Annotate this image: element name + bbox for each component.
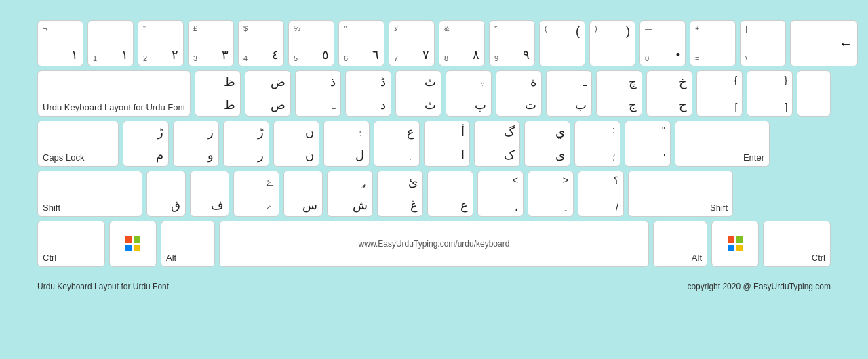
key-win-right[interactable] bbox=[711, 221, 759, 267]
key-x[interactable]: ف bbox=[190, 171, 229, 217]
key-4[interactable]: $ 4٤ bbox=[238, 20, 284, 66]
key-win-left[interactable] bbox=[109, 221, 157, 267]
key-ctrl-right[interactable]: Ctrl bbox=[763, 221, 831, 267]
key-comma[interactable]: < ، bbox=[477, 171, 524, 217]
key-bracket-close[interactable]: } ] bbox=[747, 70, 793, 117]
key-tab[interactable]: Urdu Keyboard Layout for Urdu Font bbox=[37, 70, 191, 117]
key-i[interactable]: ـ ب bbox=[546, 70, 592, 117]
key-h[interactable]: ع ہ bbox=[374, 121, 420, 167]
key-e[interactable]: ذ ہ bbox=[295, 70, 341, 117]
key-5[interactable]: % 5٥ bbox=[288, 20, 334, 66]
key-y[interactable]: ۃ پ bbox=[446, 70, 492, 117]
key-a[interactable]: ڑ م bbox=[123, 121, 169, 167]
row-shift: Shift ق ف ۓ ے س bbox=[37, 171, 831, 217]
key-capslock[interactable]: Caps Lock bbox=[37, 121, 119, 167]
key-b[interactable]: ۅ ش bbox=[327, 171, 373, 217]
key-backslash[interactable]: | \ bbox=[740, 20, 786, 66]
key-q[interactable]: ظ ط bbox=[195, 70, 241, 117]
key-minus[interactable]: )) bbox=[589, 20, 635, 66]
key-7[interactable]: ﻻ 7٧ bbox=[389, 20, 435, 66]
key-9[interactable]: * 9٩ bbox=[489, 20, 535, 66]
key-shift-left[interactable]: Shift bbox=[37, 171, 142, 217]
key-enter[interactable]: Enter bbox=[675, 121, 770, 167]
key-backtick[interactable]: ¬ ١ bbox=[37, 20, 83, 66]
key-z[interactable]: ق bbox=[146, 171, 186, 217]
windows-logo-right-icon bbox=[728, 236, 743, 251]
key-quote[interactable]: " ' bbox=[625, 121, 671, 167]
key-1[interactable]: ! 1١ bbox=[87, 20, 134, 66]
backspace-arrow-icon: ← bbox=[839, 36, 852, 51]
key-ctrl-left[interactable]: Ctrl bbox=[37, 221, 105, 267]
key-alt-left[interactable]: Alt bbox=[161, 221, 215, 267]
windows-logo-icon bbox=[125, 236, 140, 251]
key-8[interactable]: & 8٨ bbox=[439, 20, 485, 66]
key-f[interactable]: ن ن bbox=[273, 121, 319, 167]
key-w[interactable]: ض ص bbox=[245, 70, 291, 117]
key-6[interactable]: ^ 6٦ bbox=[338, 20, 384, 66]
row-qwerty: Urdu Keyboard Layout for Urdu Font ظ ط ض… bbox=[37, 70, 831, 117]
footer-copyright: copyright 2020 @ EasyUrduTyping.com bbox=[687, 282, 831, 291]
key-k[interactable]: گ ک bbox=[474, 121, 520, 167]
key-shift-right[interactable]: Shift bbox=[628, 171, 733, 217]
key-wide-empty[interactable] bbox=[797, 70, 831, 117]
key-2[interactable]: " 2٢ bbox=[138, 20, 184, 66]
footer-title: Urdu Keyboard Layout for Urdu Font bbox=[37, 282, 169, 291]
key-u[interactable]: ة ت bbox=[496, 70, 542, 117]
key-bracket-open[interactable]: { [ bbox=[696, 70, 743, 117]
key-g[interactable]: ۂ ل bbox=[323, 121, 370, 167]
key-d[interactable]: ڑ ر bbox=[223, 121, 269, 167]
key-n[interactable]: ئ غ bbox=[377, 171, 423, 217]
key-l[interactable]: ي ی bbox=[524, 121, 570, 167]
key-s[interactable]: ز و bbox=[173, 121, 219, 167]
row-bottom: Ctrl Alt www.EasyUrduTyping.com/urdu/key… bbox=[37, 221, 831, 267]
key-c[interactable]: ۓ ے bbox=[233, 171, 279, 217]
space-url-label: www.EasyUrduTyping.com/urdu/keyboard bbox=[224, 225, 644, 263]
key-t[interactable]: ث ث bbox=[395, 70, 441, 117]
key-slash[interactable]: ؟ / bbox=[578, 171, 624, 217]
key-v[interactable]: س bbox=[283, 171, 323, 217]
key-m[interactable]: ع bbox=[427, 171, 473, 217]
key-period[interactable]: > ۔ bbox=[528, 171, 574, 217]
key-r[interactable]: ڈ د bbox=[345, 70, 391, 117]
key-j[interactable]: أ ا bbox=[424, 121, 470, 167]
key-plus[interactable]: + = bbox=[690, 20, 736, 66]
keyboard: ¬ ١ ! 1١ " 2٢ £ 3٣ $ bbox=[0, 0, 868, 278]
key-space[interactable]: www.EasyUrduTyping.com/urdu/keyboard bbox=[219, 221, 649, 267]
key-o[interactable]: چ ج bbox=[596, 70, 642, 117]
row-numbers: ¬ ١ ! 1١ " 2٢ £ 3٣ $ bbox=[37, 20, 831, 66]
row-asdf: Caps Lock ڑ م ز و ڑ ر ن ن bbox=[37, 121, 831, 167]
key-0[interactable]: (( bbox=[539, 20, 585, 66]
footer: Urdu Keyboard Layout for Urdu Font copyr… bbox=[0, 278, 868, 291]
key-semicolon[interactable]: : ؛ bbox=[574, 121, 620, 167]
key-p[interactable]: خ ح bbox=[646, 70, 692, 117]
key-backspace[interactable]: ← bbox=[790, 20, 858, 66]
key-3[interactable]: £ 3٣ bbox=[188, 20, 234, 66]
key-equals[interactable]: — 0• bbox=[639, 20, 686, 66]
key-alt-right[interactable]: Alt bbox=[653, 221, 707, 267]
